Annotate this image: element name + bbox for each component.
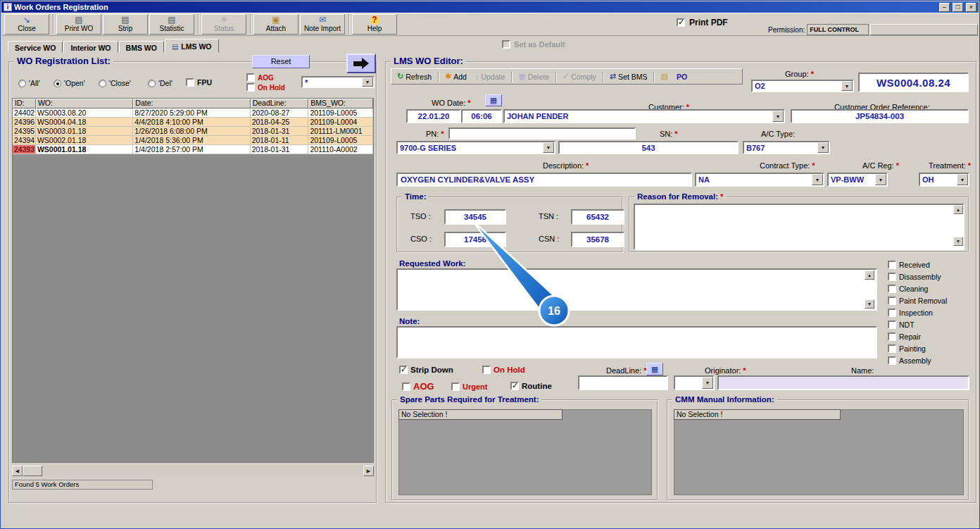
statistic-button[interactable]: ▤ Statistic [149, 14, 194, 35]
column-header-id[interactable]: ID: [13, 99, 36, 108]
on-hold-filter-checkbox[interactable]: On Hold [246, 83, 285, 92]
print-pdf-checkbox[interactable]: Print PDF [677, 18, 728, 27]
tso-field[interactable]: 34545 [444, 209, 506, 225]
help-button[interactable]: ? Help [352, 14, 397, 35]
fpu-box[interactable] [186, 78, 194, 87]
ac-type-combo[interactable]: B767 ▼ [743, 141, 830, 154]
checkbox-box[interactable] [888, 273, 896, 281]
csn-field[interactable]: 35678 [571, 232, 624, 247]
aog-box[interactable] [402, 382, 410, 391]
tab-service-wo[interactable]: Service WO [8, 41, 63, 53]
sn-field[interactable]: 543 [558, 141, 739, 154]
chevron-down-icon[interactable]: ▼ [362, 77, 373, 87]
scrollbar-track[interactable] [42, 466, 363, 476]
routine-box[interactable] [510, 382, 519, 390]
aog-filter-checkbox[interactable]: AOG [246, 73, 274, 82]
customer-combo[interactable]: JOHAN PENDER ▼ [503, 109, 785, 123]
reset-button[interactable]: Reset [252, 55, 310, 68]
scrollbar-thumb[interactable] [23, 466, 42, 476]
table-row[interactable]: 24396 WS0004.04.18 4/4/2018 4:10:00 PM 2… [13, 118, 373, 127]
print-pdf-box[interactable] [677, 18, 685, 27]
print-wo-button[interactable]: ▤ Print WO [56, 14, 101, 35]
scroll-up-icon[interactable]: ▲ [953, 205, 963, 214]
routine-checkbox[interactable]: Routine [510, 382, 552, 390]
checkbox-ndt[interactable]: NDT [888, 320, 947, 329]
vertical-scrollbar[interactable]: ▲ ▼ [865, 270, 874, 309]
checkbox-box[interactable] [888, 344, 896, 353]
wo-time-field[interactable]: 06:06 [461, 109, 502, 123]
originator-combo[interactable]: ▼ [674, 375, 715, 390]
ac-reg-combo[interactable]: VP-BWW ▼ [827, 173, 888, 187]
customer-order-ref-field[interactable]: JP54834-003 [791, 109, 969, 123]
chevron-down-icon[interactable]: ▼ [841, 81, 853, 91]
tab-lms-wo[interactable]: ▤ LMS WO [165, 39, 219, 53]
radio-del[interactable]: 'Del' [148, 79, 172, 87]
table-row[interactable]: 24394 WS0002.01.18 1/4/2018 5:36:00 PM 2… [13, 136, 373, 145]
checkbox-assembly[interactable]: Assembly [888, 356, 947, 365]
checkbox-box[interactable] [888, 320, 896, 329]
note-import-button[interactable]: ✉ Note Import [300, 14, 345, 35]
strip-button[interactable]: ▤ Strip [103, 14, 148, 35]
checkbox-paint-removal[interactable]: Paint Removal [888, 297, 947, 305]
chevron-down-icon[interactable]: ▼ [812, 174, 823, 185]
pn-series-combo[interactable]: 9700-G SERIES ▼ [396, 141, 555, 154]
close-window-button[interactable]: × [966, 3, 976, 12]
treatment-combo[interactable]: OH ▼ [919, 173, 969, 187]
calendar-icon[interactable]: ▦ [646, 363, 663, 375]
radio-open-circle[interactable] [54, 80, 61, 87]
aog-filter-box[interactable] [246, 73, 255, 82]
radio-all[interactable]: 'All' [18, 79, 40, 87]
on-hold-checkbox[interactable]: On Hold [482, 366, 525, 374]
scroll-left-icon[interactable]: ◀ [12, 466, 23, 476]
aog-checkbox[interactable]: AOG [402, 381, 434, 392]
strip-down-box[interactable] [399, 366, 408, 374]
requested-work-textarea[interactable] [396, 268, 877, 311]
checkbox-box[interactable] [888, 332, 896, 341]
chevron-down-icon[interactable]: ▼ [817, 142, 829, 153]
checkbox-inspection[interactable]: Inspection [888, 309, 947, 317]
refresh-button[interactable]: ↻ Refresh [394, 70, 435, 83]
table-row[interactable]: 24402 WS0003.08.20 8/27/2020 5:29:00 PM … [13, 108, 373, 118]
urgent-box[interactable] [451, 382, 460, 391]
scroll-down-icon[interactable]: ▼ [953, 237, 963, 246]
close-button[interactable]: ↘ Close [4, 14, 49, 35]
column-header-date[interactable]: Date: [133, 99, 250, 108]
contract-type-combo[interactable]: NA ▼ [695, 173, 824, 187]
checkbox-disassembly[interactable]: Disassembly [888, 273, 947, 281]
tab-bms-wo[interactable]: BMS WO [119, 41, 164, 53]
spare-parts-list-area[interactable] [398, 409, 652, 495]
calendar-icon[interactable]: ▦ [485, 94, 502, 106]
checkbox-received[interactable]: Received [888, 261, 947, 269]
cso-field[interactable]: 17456 [444, 232, 506, 247]
horizontal-scrollbar[interactable]: ◀ ▶ [12, 466, 374, 476]
scroll-down-icon[interactable]: ▼ [865, 299, 874, 309]
minimize-button[interactable]: – [939, 3, 950, 12]
checkbox-painting[interactable]: Painting [888, 344, 947, 353]
cmm-list-area[interactable] [674, 409, 964, 495]
tab-interior-wo[interactable]: Interior WO [63, 41, 118, 53]
radio-all-circle[interactable] [18, 80, 26, 87]
column-header-wo[interactable]: WO: [36, 99, 133, 108]
description-field[interactable]: OXYGEN CYLINDER&VALVE ASSY [396, 173, 692, 187]
folder-button[interactable]: ▨ [657, 70, 671, 83]
urgent-checkbox[interactable]: Urgent [451, 382, 487, 391]
po-button[interactable]: PO [673, 70, 691, 83]
set-bms-button[interactable]: ⇄ Set BMS [606, 70, 651, 83]
pn-input[interactable] [448, 127, 636, 139]
radio-close-circle[interactable] [99, 80, 106, 87]
attach-button[interactable]: ▣ Attach [253, 14, 299, 35]
checkbox-box[interactable] [888, 285, 896, 293]
radio-close[interactable]: 'Close' [99, 79, 131, 87]
chevron-down-icon[interactable]: ▼ [702, 377, 713, 389]
scroll-up-icon[interactable]: ▲ [865, 270, 874, 280]
chevron-down-icon[interactable]: ▼ [543, 142, 554, 153]
checkbox-box[interactable] [888, 309, 896, 317]
checkbox-box[interactable] [888, 261, 896, 269]
fpu-checkbox[interactable]: FPU [186, 78, 212, 87]
group-combo[interactable]: O2 ▼ [751, 80, 854, 92]
on-hold-box[interactable] [482, 366, 491, 374]
reason-textarea[interactable] [634, 204, 965, 250]
chevron-down-icon[interactable]: ▼ [875, 174, 886, 185]
tsn-field[interactable]: 65432 [571, 209, 624, 225]
add-button[interactable]: ✱ Add [441, 70, 470, 83]
